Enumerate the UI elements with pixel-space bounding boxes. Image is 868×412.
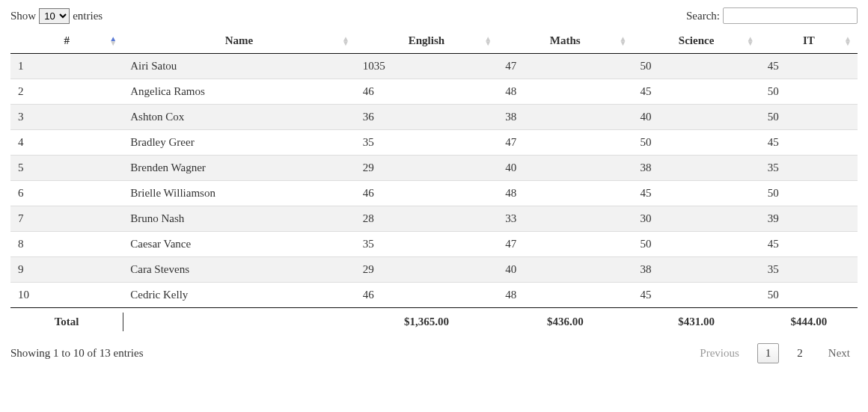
pagination: Previous 1 2 Next <box>692 343 858 363</box>
sort-icon: ▲▼ <box>109 37 117 46</box>
cell-index: 4 <box>10 130 123 156</box>
cell-english: 29 <box>355 257 498 283</box>
cell-name: Brenden Wagner <box>123 156 355 181</box>
cell-name: Cedric Kelly <box>123 283 355 308</box>
cell-it: 39 <box>760 206 858 232</box>
col-header-science[interactable]: Science ▲▼ <box>632 28 760 54</box>
cell-science: 45 <box>632 181 760 206</box>
length-control: Show 10 entries <box>10 8 103 24</box>
cell-it: 50 <box>760 283 858 308</box>
cell-english: 35 <box>355 232 498 257</box>
cell-index: 3 <box>10 105 123 130</box>
cell-english: 46 <box>355 283 498 308</box>
cell-maths: 33 <box>498 206 632 232</box>
search-control: Search: <box>686 7 858 24</box>
cell-maths: 48 <box>498 181 632 206</box>
cell-english: 29 <box>355 156 498 181</box>
cell-science: 38 <box>632 257 760 283</box>
cell-name: Brielle Williamson <box>123 181 355 206</box>
table-row: 8Caesar Vance35475045 <box>10 232 858 257</box>
cell-name: Airi Satou <box>123 54 355 79</box>
footer-blank <box>123 308 355 336</box>
paginate-previous[interactable]: Previous <box>692 344 747 363</box>
length-prefix: Show <box>10 10 36 22</box>
cell-science: 40 <box>632 105 760 130</box>
cell-it: 35 <box>760 156 858 181</box>
col-header-index-label: # <box>64 34 70 46</box>
cell-maths: 47 <box>498 232 632 257</box>
col-header-english-label: English <box>409 34 444 46</box>
col-header-it[interactable]: IT ▲▼ <box>760 28 858 54</box>
cell-name: Angelica Ramos <box>123 79 355 105</box>
cell-index: 6 <box>10 181 123 206</box>
cell-it: 50 <box>760 79 858 105</box>
sort-icon: ▲▼ <box>342 37 349 46</box>
footer-it-total: $444.00 <box>760 308 858 336</box>
cell-science: 50 <box>632 130 760 156</box>
cell-maths: 40 <box>498 257 632 283</box>
paginate-page-2[interactable]: 2 <box>789 344 810 363</box>
cell-index: 2 <box>10 79 123 105</box>
cell-maths: 48 <box>498 79 632 105</box>
col-header-index[interactable]: # ▲▼ <box>10 28 123 54</box>
col-header-maths[interactable]: Maths ▲▼ <box>498 28 632 54</box>
cell-it: 35 <box>760 257 858 283</box>
sort-icon: ▲▼ <box>844 37 852 46</box>
table-row: 10Cedric Kelly46484550 <box>10 283 858 308</box>
cell-science: 45 <box>632 79 760 105</box>
table-row: 5Brenden Wagner29403835 <box>10 156 858 181</box>
col-header-it-label: IT <box>803 34 815 46</box>
table-row: 4Bradley Greer35475045 <box>10 130 858 156</box>
cell-science: 45 <box>632 283 760 308</box>
col-header-english[interactable]: English ▲▼ <box>355 28 498 54</box>
cell-maths: 47 <box>498 130 632 156</box>
cell-english: 46 <box>355 79 498 105</box>
cell-index: 5 <box>10 156 123 181</box>
cell-index: 9 <box>10 257 123 283</box>
table-row: 9Cara Stevens29403835 <box>10 257 858 283</box>
cell-english: 36 <box>355 105 498 130</box>
footer-english-total: $1,365.00 <box>355 308 498 336</box>
cell-maths: 38 <box>498 105 632 130</box>
table-row: 7Bruno Nash28333039 <box>10 206 858 232</box>
cell-science: 38 <box>632 156 760 181</box>
col-header-name-label: Name <box>225 34 254 46</box>
col-header-name[interactable]: Name ▲▼ <box>123 28 355 54</box>
col-header-science-label: Science <box>679 34 714 46</box>
paginate-next[interactable]: Next <box>821 344 858 363</box>
cell-science: 50 <box>632 232 760 257</box>
data-table: # ▲▼ Name ▲▼ English ▲▼ Maths ▲▼ Science… <box>10 28 858 336</box>
col-header-maths-label: Maths <box>550 34 581 46</box>
cell-maths: 48 <box>498 283 632 308</box>
table-row: 2Angelica Ramos46484550 <box>10 79 858 105</box>
sort-icon: ▲▼ <box>747 37 754 46</box>
cell-index: 7 <box>10 206 123 232</box>
paginate-page-1[interactable]: 1 <box>757 343 780 363</box>
cell-english: 35 <box>355 130 498 156</box>
footer-maths-total: $436.00 <box>498 308 632 336</box>
cell-english: 46 <box>355 181 498 206</box>
table-row: 6Brielle Williamson46484550 <box>10 181 858 206</box>
cell-it: 45 <box>760 130 858 156</box>
cell-english: 28 <box>355 206 498 232</box>
cell-it: 45 <box>760 54 858 79</box>
page-length-select[interactable]: 10 <box>39 8 70 24</box>
cell-name: Caesar Vance <box>123 232 355 257</box>
table-footer-row: Total $1,365.00 $436.00 $431.00 $444.00 <box>10 308 858 336</box>
cell-it: 50 <box>760 181 858 206</box>
length-suffix: entries <box>73 10 103 22</box>
cell-maths: 40 <box>498 156 632 181</box>
table-info: Showing 1 to 10 of 13 entries <box>10 347 144 360</box>
sort-icon: ▲▼ <box>484 37 492 46</box>
footer-total-label: Total <box>10 308 123 336</box>
cell-name: Bradley Greer <box>123 130 355 156</box>
cell-name: Cara Stevens <box>123 257 355 283</box>
table-row: 1Airi Satou1035475045 <box>10 54 858 79</box>
search-label: Search: <box>686 10 720 22</box>
cell-english: 1035 <box>355 54 498 79</box>
sort-icon: ▲▼ <box>620 37 627 46</box>
search-input[interactable] <box>723 7 858 24</box>
cell-index: 8 <box>10 232 123 257</box>
cell-index: 10 <box>10 283 123 308</box>
table-header-row: # ▲▼ Name ▲▼ English ▲▼ Maths ▲▼ Science… <box>10 28 858 54</box>
